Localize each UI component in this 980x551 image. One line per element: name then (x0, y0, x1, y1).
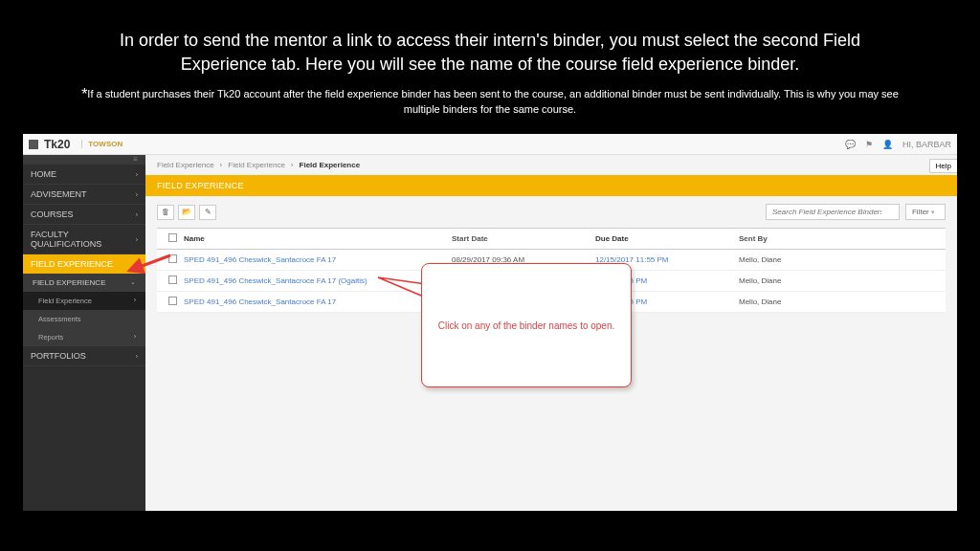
col-due[interactable]: Due Date (595, 234, 739, 243)
checkbox-all[interactable] (168, 233, 177, 242)
sidebar: ≡ HOME› ADVISEMENT› COURSES› FACULTY QUA… (23, 155, 145, 511)
filter-button[interactable]: Filter ▾ (905, 204, 946, 220)
folder-button[interactable]: 📂 (178, 205, 195, 220)
topbar: Tk20 TOWSON 💬 ⚑ 👤 HI, BARBAR (23, 134, 957, 155)
sidebar-item-home[interactable]: HOME› (23, 165, 145, 185)
sidebar-sub-assessments[interactable]: Assessments (23, 310, 145, 328)
breadcrumb: Field Experience› Field Experience› Fiel… (145, 155, 957, 175)
breadcrumb-link[interactable]: Field Experience (157, 161, 214, 169)
edit-button[interactable]: ✎ (199, 205, 216, 220)
logo-icon (29, 140, 38, 149)
chevron-right-icon: › (134, 333, 136, 342)
sent-by: Mello, Diane (739, 298, 942, 306)
slide-instruction: In order to send the mentor a link to ac… (0, 0, 980, 86)
binder-link[interactable]: SPED 491_496 Cheswick_Santacroce FA 17 (184, 255, 452, 264)
slide-footnote: *If a student purchases their Tk20 accou… (0, 86, 980, 124)
row-checkbox[interactable] (168, 297, 177, 305)
collapse-toggle[interactable]: ≡ (23, 155, 145, 165)
callout-bubble: Click on any of the binder names to open… (421, 263, 632, 387)
towson-logo: TOWSON (81, 140, 122, 148)
svg-line-0 (129, 255, 170, 271)
chevron-right-icon: › (136, 353, 138, 360)
sidebar-item-portfolios[interactable]: PORTFOLIOS› (23, 346, 145, 366)
col-name[interactable]: Name (184, 234, 452, 243)
search-input[interactable] (766, 204, 900, 220)
table-header: Name Start Date Due Date Sent By (157, 228, 946, 250)
help-button[interactable]: Help (929, 159, 957, 173)
app-logo: Tk20 TOWSON (29, 138, 122, 151)
breadcrumb-link[interactable]: Field Experience (228, 161, 285, 169)
sidebar-sub-fe-active[interactable]: Field Experience› (23, 292, 145, 310)
sent-by: Mello, Diane (739, 276, 942, 285)
chevron-down-icon: ⌄ (130, 278, 136, 287)
sidebar-item-advisement[interactable]: ADVISEMENT› (23, 185, 145, 205)
col-sent[interactable]: Sent By (739, 234, 942, 243)
sidebar-item-courses[interactable]: COURSES› (23, 205, 145, 225)
col-start[interactable]: Start Date (452, 234, 595, 243)
user-greeting[interactable]: HI, BARBAR (902, 140, 951, 149)
user-icon[interactable]: 👤 (882, 140, 893, 149)
chevron-right-icon: › (136, 171, 138, 178)
flag-icon[interactable]: ⚑ (865, 140, 873, 149)
delete-button[interactable]: 🗑 (157, 205, 174, 220)
svg-marker-1 (378, 277, 426, 298)
chevron-right-icon: › (136, 211, 138, 218)
chevron-right-icon: › (134, 297, 136, 305)
chevron-right-icon: › (136, 191, 138, 198)
breadcrumb-current: Field Experience (300, 161, 361, 169)
sent-by: Mello, Diane (739, 255, 942, 264)
sidebar-sub-reports[interactable]: Reports› (23, 328, 145, 346)
chevron-right-icon: › (136, 236, 138, 243)
notification-icon[interactable]: 💬 (845, 140, 856, 149)
annotation-arrow (124, 249, 172, 277)
page-banner: FIELD EXPERIENCE (145, 175, 957, 196)
